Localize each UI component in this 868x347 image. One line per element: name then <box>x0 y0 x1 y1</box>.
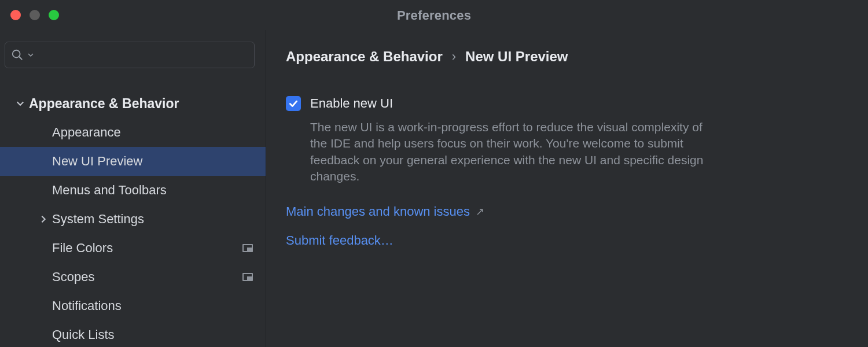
search-input[interactable] <box>38 49 248 62</box>
submit-feedback-link-row[interactable]: Submit feedback… <box>286 233 848 248</box>
chevron-right-icon <box>35 215 52 224</box>
tree-item-label: File Colors <box>52 241 113 256</box>
settings-content: Appearance & Behavior › New UI Preview E… <box>266 30 868 347</box>
settings-tree: Appearance & Behavior Appearance New UI … <box>0 79 266 347</box>
window-controls <box>0 10 59 20</box>
tree-item-system-settings[interactable]: System Settings <box>0 205 266 234</box>
main-changes-link[interactable]: Main changes and known issues <box>286 204 470 219</box>
search-field[interactable] <box>5 42 255 68</box>
svg-point-0 <box>13 50 20 58</box>
project-scope-icon <box>242 273 253 281</box>
tree-item-label: System Settings <box>52 212 144 227</box>
tree-item-scopes[interactable]: Scopes <box>0 263 266 291</box>
titlebar: Preferences <box>0 0 868 30</box>
close-window-button[interactable] <box>10 10 21 20</box>
tree-item-label: Scopes <box>52 270 94 285</box>
setting-description: The new UI is a work-in-progress effort … <box>310 119 715 184</box>
svg-line-1 <box>19 57 23 60</box>
submit-feedback-link[interactable]: Submit feedback… <box>286 233 393 248</box>
tree-item-label: Menus and Toolbars <box>52 183 167 198</box>
enable-new-ui-row[interactable]: Enable new UI <box>286 96 848 111</box>
tree-item-new-ui-preview[interactable]: New UI Preview <box>0 147 266 176</box>
zoom-window-button[interactable] <box>49 10 59 20</box>
tree-item-label: Appearance <box>52 125 121 140</box>
search-history-chevron-icon[interactable] <box>27 51 34 58</box>
enable-new-ui-label: Enable new UI <box>310 96 393 111</box>
tree-item-label: New UI Preview <box>52 154 142 169</box>
enable-new-ui-checkbox[interactable] <box>286 96 301 111</box>
chevron-down-icon <box>12 99 29 108</box>
external-link-icon: ↗ <box>476 205 484 218</box>
tree-item-notifications[interactable]: Notifications <box>0 291 266 320</box>
search-icon <box>11 49 24 61</box>
minimize-window-button[interactable] <box>30 10 40 20</box>
breadcrumb: Appearance & Behavior › New UI Preview <box>286 49 848 65</box>
tree-item-label: Quick Lists <box>52 327 115 342</box>
main-changes-link-row[interactable]: Main changes and known issues ↗ <box>286 204 848 219</box>
breadcrumb-parent: Appearance & Behavior <box>286 49 443 65</box>
settings-sidebar: Appearance & Behavior Appearance New UI … <box>0 30 266 347</box>
tree-item-quick-lists[interactable]: Quick Lists <box>0 320 266 347</box>
tree-item-appearance[interactable]: Appearance <box>0 118 266 147</box>
tree-item-label: Notifications <box>52 298 122 313</box>
tree-category-appearance-behavior[interactable]: Appearance & Behavior <box>0 89 266 118</box>
tree-item-menus-toolbars[interactable]: Menus and Toolbars <box>0 176 266 205</box>
window-title: Preferences <box>397 8 471 23</box>
tree-category-label: Appearance & Behavior <box>29 96 179 112</box>
tree-item-file-colors[interactable]: File Colors <box>0 234 266 263</box>
project-scope-icon <box>242 244 253 252</box>
breadcrumb-current: New UI Preview <box>465 49 568 65</box>
chevron-right-icon: › <box>452 49 456 64</box>
